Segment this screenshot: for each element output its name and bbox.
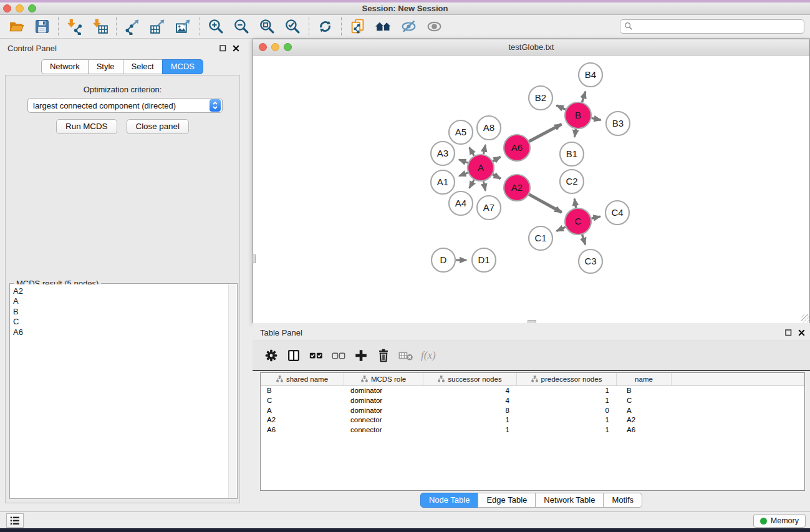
- column-header-name[interactable]: name: [617, 373, 672, 385]
- cell-shared-name[interactable]: A2: [261, 415, 344, 425]
- cell-name[interactable]: A6: [617, 425, 672, 435]
- node-A3[interactable]: A3: [431, 142, 455, 165]
- network-graph[interactable]: B4B2BB3A8A5A6A3B1AA1C2A2A4A7C4CC1DD1C3: [253, 56, 809, 323]
- tab-network-table[interactable]: Network Table: [535, 493, 604, 508]
- search-input[interactable]: [632, 20, 804, 33]
- cell-predecessor-nodes[interactable]: 1: [517, 415, 617, 425]
- column-header-MCDS-role[interactable]: MCDS role: [344, 373, 423, 385]
- close-table-panel-icon[interactable]: [798, 329, 805, 338]
- run-mcds-button[interactable]: Run MCDS: [56, 119, 117, 134]
- edge-A-A5[interactable]: [470, 147, 475, 155]
- node-A7[interactable]: A7: [477, 196, 501, 220]
- zoom-selected-icon[interactable]: [280, 17, 306, 37]
- cell-MCDS-role[interactable]: dominator: [344, 396, 423, 406]
- table-row[interactable]: Cdominator41C: [261, 396, 804, 406]
- zoom-fit-icon[interactable]: [254, 17, 280, 37]
- cell-name[interactable]: A: [617, 406, 672, 416]
- edge-A-A7[interactable]: [483, 181, 485, 191]
- new-network-from-selection-icon[interactable]: [345, 17, 370, 37]
- first-neighbors-icon[interactable]: [370, 17, 396, 37]
- cell-predecessor-nodes[interactable]: 1: [517, 396, 617, 406]
- node-C2[interactable]: C2: [560, 170, 584, 193]
- cell-successor-nodes[interactable]: 1: [423, 425, 517, 435]
- open-session-icon[interactable]: [4, 17, 29, 37]
- node-A5[interactable]: A5: [449, 120, 473, 144]
- toggle-columns-icon[interactable]: [282, 346, 305, 365]
- edge-A6-B[interactable]: [529, 124, 561, 142]
- table-row[interactable]: A6connector11A6: [261, 425, 804, 435]
- node-B4[interactable]: B4: [579, 63, 602, 87]
- edge-B-B1[interactable]: [575, 129, 576, 137]
- import-table-icon[interactable]: [87, 17, 113, 37]
- export-image-icon[interactable]: [171, 17, 196, 37]
- edge-A-A6[interactable]: [493, 157, 500, 162]
- left-splitter-grip[interactable]: [253, 254, 256, 263]
- float-table-panel-icon[interactable]: [785, 329, 792, 338]
- node-B3[interactable]: B3: [606, 112, 630, 135]
- edge-A2-C[interactable]: [529, 195, 561, 213]
- cell-MCDS-role[interactable]: connector: [344, 425, 423, 435]
- mcds-result-item[interactable]: C: [13, 317, 228, 327]
- cell-shared-name[interactable]: B: [261, 386, 344, 396]
- save-session-icon[interactable]: [29, 17, 55, 37]
- node-B2[interactable]: B2: [529, 86, 552, 110]
- edge-C-C4[interactable]: [592, 216, 600, 218]
- deselect-all-icon[interactable]: [327, 346, 350, 365]
- export-network-icon[interactable]: [120, 17, 145, 37]
- node-A6[interactable]: A6: [504, 135, 530, 161]
- show-panels-button[interactable]: [6, 513, 24, 528]
- table-row[interactable]: Bdominator41B: [261, 386, 804, 396]
- cell-predecessor-nodes[interactable]: 1: [517, 386, 617, 396]
- optimization-criterion-dropdown[interactable]: largest connected component (directed): [27, 98, 223, 113]
- search-field[interactable]: [620, 19, 804, 34]
- mcds-result-item[interactable]: A: [13, 296, 228, 306]
- tab-node-table[interactable]: Node Table: [420, 493, 479, 508]
- edge-A-A3[interactable]: [459, 160, 468, 163]
- cell-MCDS-role[interactable]: dominator: [344, 386, 423, 396]
- tab-network[interactable]: Network: [41, 59, 89, 74]
- cell-name[interactable]: C: [617, 396, 672, 406]
- cell-MCDS-role[interactable]: connector: [344, 415, 423, 425]
- resize-corner-grip[interactable]: [801, 314, 809, 322]
- mcds-result-list[interactable]: A2ABCA6: [11, 284, 228, 498]
- edge-A-A1[interactable]: [459, 173, 468, 176]
- cell-predecessor-nodes[interactable]: 1: [517, 425, 617, 435]
- column-header-successor-nodes[interactable]: successor nodes: [423, 373, 517, 385]
- mcds-result-item[interactable]: B: [13, 307, 228, 317]
- node-A4[interactable]: A4: [449, 191, 473, 215]
- tab-style[interactable]: Style: [88, 59, 123, 74]
- cell-successor-nodes[interactable]: 1: [423, 415, 517, 425]
- node-C3[interactable]: C3: [579, 249, 602, 273]
- table-settings-icon[interactable]: [260, 346, 282, 365]
- mcds-result-item[interactable]: A2: [13, 286, 228, 296]
- node-C1[interactable]: C1: [529, 226, 552, 250]
- node-D[interactable]: D: [432, 248, 455, 272]
- edge-B-B3[interactable]: [592, 118, 601, 120]
- edge-C-C2[interactable]: [574, 199, 576, 208]
- mcds-result-item[interactable]: A6: [13, 327, 228, 337]
- select-all-icon[interactable]: [305, 346, 327, 365]
- tab-mcds[interactable]: MCDS: [162, 59, 203, 74]
- export-table-icon[interactable]: [145, 17, 171, 37]
- network-window-titlebar[interactable]: testGlobe.txt: [253, 39, 809, 56]
- cell-shared-name[interactable]: C: [261, 396, 344, 406]
- cell-successor-nodes[interactable]: 4: [423, 396, 517, 406]
- delete-table-icon[interactable]: [395, 346, 417, 365]
- memory-button[interactable]: Memory: [753, 514, 806, 528]
- tab-edge-table[interactable]: Edge Table: [478, 493, 536, 508]
- edge-C-C1[interactable]: [557, 227, 566, 231]
- cell-name[interactable]: A2: [617, 415, 672, 425]
- node-A8[interactable]: A8: [477, 116, 501, 140]
- edge-C-C3[interactable]: [582, 235, 586, 244]
- cell-shared-name[interactable]: A: [261, 406, 344, 416]
- close-panel-icon[interactable]: [233, 44, 239, 54]
- show-all-icon[interactable]: [422, 17, 447, 37]
- mcds-list-scrollbar[interactable]: [228, 284, 236, 498]
- node-A[interactable]: A: [468, 155, 494, 181]
- cell-name[interactable]: B: [617, 386, 672, 396]
- network-canvas[interactable]: B4B2BB3A8A5A6A3B1AA1C2A2A4A7C4CC1DD1C3: [253, 56, 809, 323]
- column-header-shared-name[interactable]: shared name: [261, 373, 344, 385]
- column-header-predecessor-nodes[interactable]: predecessor nodes: [517, 373, 617, 385]
- node-C4[interactable]: C4: [605, 201, 629, 225]
- zoom-out-icon[interactable]: [229, 17, 254, 37]
